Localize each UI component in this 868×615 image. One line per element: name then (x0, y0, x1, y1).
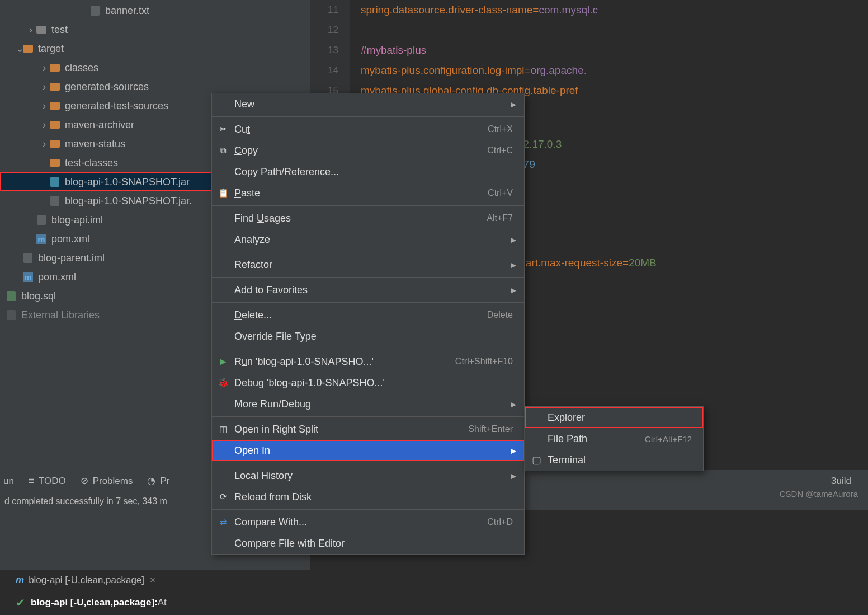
menu-run[interactable]: ▶Run 'blog-api-1.0-SNAPSHO...'Ctrl+Shift… (212, 351, 524, 372)
code-token: org.apache. (531, 64, 587, 76)
tree-label: blog-api-1.0-SNAPSHOT.jar. (65, 195, 192, 207)
chevron-right-icon[interactable]: › (29, 24, 36, 36)
menu-paste[interactable]: 📋PasteCtrl+V (212, 182, 524, 204)
menu-reload-disk[interactable]: ⟳Reload from Disk (212, 486, 524, 508)
menu-compare-editor[interactable]: Compare File with Editor (212, 533, 524, 554)
check-icon: ✔ (16, 596, 25, 609)
maven-icon: m (36, 233, 47, 245)
code-token: spring.datasource.driver-class-name (361, 4, 532, 16)
menu-copy-path[interactable]: Copy Path/Reference... (212, 161, 524, 182)
tree-label: banner.txt (105, 5, 149, 17)
menu-refactor[interactable]: Refactor▶ (212, 254, 524, 275)
menu-separator (212, 277, 524, 278)
diff-icon: ⇄ (218, 517, 229, 528)
folder-icon (49, 81, 60, 92)
menu-separator (212, 463, 524, 463)
warning-icon: ⊘ (81, 475, 88, 487)
toolwindow-run[interactable]: un (3, 476, 14, 487)
menu-new[interactable]: New▶ (212, 93, 524, 115)
toolwindow-profiler[interactable]: ◔Pr (147, 475, 169, 487)
close-icon[interactable]: × (150, 575, 155, 586)
play-icon: ▶ (218, 356, 229, 367)
tree-label: generated-sources (65, 81, 149, 93)
toolwindow-build[interactable]: 3uild (831, 476, 851, 487)
line-number: 12 (310, 20, 338, 40)
chevron-right-icon: ▶ (511, 286, 516, 294)
submenu-file-path[interactable]: File PathCtrl+Alt+F12 (525, 428, 703, 449)
chevron-right-icon: ▶ (511, 447, 516, 455)
run-status-suffix: At (158, 597, 167, 608)
line-number: 13 (310, 40, 338, 60)
menu-separator (212, 416, 524, 417)
menu-debug[interactable]: 🐞Debug 'blog-api-1.0-SNAPSHO...' (212, 372, 524, 393)
menu-delete[interactable]: Delete...Delete (212, 304, 524, 326)
chevron-right-icon[interactable]: › (43, 81, 49, 93)
run-status-line: ✔ blog-api [-U,clean,package]: At (0, 590, 310, 615)
toolwindow-problems[interactable]: ⊘Problems (81, 475, 133, 487)
list-icon: ≡ (29, 476, 34, 487)
tree-label: blog-parent.iml (38, 252, 105, 264)
submenu-explorer[interactable]: Explorer (525, 407, 703, 428)
menu-find-usages[interactable]: Find UsagesAlt+F7 (212, 208, 524, 229)
chevron-right-icon: ▶ (511, 472, 516, 480)
run-status-prefix: blog-api [-U,clean,package]: (31, 597, 158, 608)
chevron-right-icon: ▶ (511, 400, 516, 409)
file-icon (49, 195, 60, 206)
context-menu[interactable]: New▶ ✂CutCtrl+X ⧉CopyCtrl+C Copy Path/Re… (211, 93, 525, 555)
line-number: 11 (310, 0, 338, 20)
tree-label: External Libraries (21, 309, 100, 321)
chevron-right-icon: ▶ (511, 236, 516, 244)
toolwindow-todo[interactable]: ≡TODO (29, 476, 66, 487)
library-icon (6, 309, 17, 321)
menu-separator (212, 509, 524, 510)
menu-cut[interactable]: ✂CutCtrl+X (212, 119, 524, 140)
tree-label: target (38, 43, 64, 55)
tree-label: blog-api.iml (51, 214, 103, 226)
submenu-terminal[interactable]: ▢Terminal (525, 449, 703, 471)
tree-label: test (51, 24, 68, 36)
tree-folder-classes[interactable]: ›classes (0, 58, 310, 77)
menu-open-in[interactable]: Open In▶ (212, 440, 524, 461)
chevron-down-icon[interactable]: ⌄ (16, 43, 22, 55)
menu-analyze[interactable]: Analyze▶ (212, 229, 524, 250)
editor-gutter: 11 12 13 14 15 (310, 0, 350, 101)
tree-label: test-classes (65, 157, 118, 169)
tree-label: maven-archiver (65, 119, 134, 131)
bug-icon: 🐞 (218, 377, 229, 388)
folder-icon (49, 62, 60, 73)
code-token: lpart.max-request-size (517, 257, 622, 269)
menu-more-run[interactable]: More Run/Debug▶ (212, 393, 524, 415)
menu-override-filetype[interactable]: Override File Type (212, 326, 524, 347)
tree-folder-test[interactable]: ›test (0, 20, 310, 39)
tree-file-banner[interactable]: banner.txt (0, 1, 310, 20)
menu-separator (212, 302, 524, 303)
chevron-right-icon[interactable]: › (43, 100, 49, 112)
menu-separator (212, 349, 524, 349)
tree-label: maven-status (65, 138, 125, 150)
split-icon: ◫ (218, 424, 229, 435)
menu-local-history[interactable]: Local History▶ (212, 465, 524, 486)
tree-folder-target[interactable]: ⌄target (0, 39, 310, 58)
folder-icon (22, 43, 34, 54)
maven-icon: m (22, 271, 34, 283)
menu-separator (212, 205, 524, 206)
menu-separator (212, 252, 524, 252)
submenu-open-in[interactable]: Explorer File PathCtrl+Alt+F12 ▢Terminal (525, 406, 704, 471)
tree-label: pom.xml (51, 233, 89, 245)
line-number: 14 (310, 60, 338, 81)
menu-copy[interactable]: ⧉CopyCtrl+C (212, 140, 524, 161)
run-tab-label: blog-api [-U,clean,package] (29, 575, 144, 586)
chevron-right-icon[interactable]: › (43, 62, 49, 74)
menu-add-favorites[interactable]: Add to Favorites▶ (212, 279, 524, 301)
menu-open-right-split[interactable]: ◫Open in Right SplitShift+Enter (212, 419, 524, 440)
tree-label: classes (65, 62, 98, 74)
chevron-right-icon[interactable]: › (43, 138, 49, 150)
file-icon (22, 252, 34, 264)
menu-compare-with[interactable]: ⇄Compare With...Ctrl+D (212, 511, 524, 533)
maven-icon: m (16, 575, 24, 586)
file-icon (89, 5, 101, 16)
tree-label: blog-api-1.0-SNAPSHOT.jar (65, 176, 190, 188)
tree-label: blog.sql (21, 290, 56, 302)
run-tab[interactable]: m blog-api [-U,clean,package] × (0, 570, 310, 590)
chevron-right-icon[interactable]: › (43, 119, 49, 131)
